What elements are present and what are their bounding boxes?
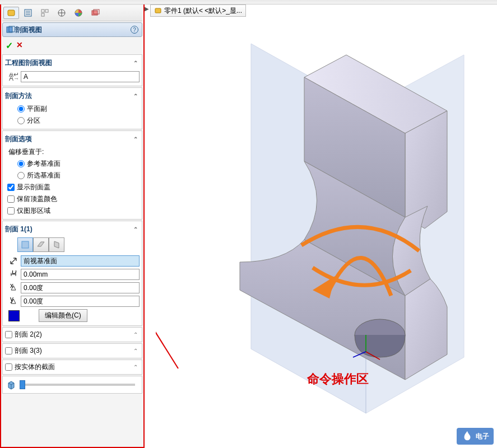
- slider-thumb[interactable]: [20, 380, 25, 389]
- section-heading: 剖面 3(3): [12, 346, 132, 356]
- section-heading: 剖面 1(1): [5, 225, 132, 234]
- drawing-section-view-group: 工程图剖面视图 A↵A→: [2, 54, 142, 86]
- svg-rect-7: [41, 13, 44, 16]
- radio-label: 所选基准面: [27, 171, 61, 180]
- config-tab[interactable]: [37, 7, 53, 19]
- cube-icon: [6, 380, 16, 390]
- viewport[interactable]: ▶ 零件1 (默认< <默认>_显...: [145, 4, 497, 448]
- radio-label: 参考基准面: [27, 159, 61, 169]
- transparency-slider[interactable]: [20, 384, 135, 386]
- ok-button[interactable]: ✓: [6, 40, 13, 51]
- collapse-icon[interactable]: [132, 332, 140, 338]
- front-plane-button[interactable]: [17, 237, 33, 252]
- color-swatch[interactable]: [8, 310, 20, 321]
- transparency-group: [2, 376, 142, 394]
- collapse-icon[interactable]: [132, 226, 140, 232]
- annotation-label: 命令操作区: [307, 371, 369, 388]
- part-icon: [154, 7, 162, 15]
- ref-plane-radio[interactable]: [17, 160, 25, 167]
- section-method-group: 剖面方法 平面副 分区: [2, 87, 142, 129]
- section-1-group: 剖面 1(1) D x y: [2, 221, 142, 326]
- section-3-group: 剖面 3(3): [2, 343, 142, 358]
- label-icon: A↵A→: [8, 73, 18, 81]
- breadcrumb-expand-icon[interactable]: ▶: [145, 6, 149, 12]
- edit-color-button[interactable]: 编辑颜色(C): [39, 309, 87, 322]
- y-angle-icon: y: [8, 297, 18, 305]
- plane-method-radio[interactable]: [17, 105, 25, 113]
- svg-rect-0: [8, 10, 15, 16]
- collapse-icon[interactable]: [132, 364, 140, 370]
- collapse-icon[interactable]: [132, 136, 140, 142]
- svg-rect-12: [92, 11, 97, 15]
- section-label-input[interactable]: [21, 71, 140, 82]
- graphics-only-check[interactable]: [7, 207, 15, 214]
- dimxpert-tab[interactable]: [54, 7, 69, 19]
- x-angle-input[interactable]: [21, 282, 140, 293]
- distance-icon: D: [8, 270, 18, 278]
- keep-cap-color-check[interactable]: [7, 195, 15, 203]
- section-heading: 剖面选项: [5, 134, 132, 144]
- zone-method-radio[interactable]: [17, 117, 25, 124]
- section-heading: 剖面方法: [5, 91, 132, 101]
- svg-marker-20: [54, 241, 59, 248]
- right-plane-button[interactable]: [49, 237, 64, 252]
- part-name: 零件1 (默认< <默认>_显...: [164, 6, 242, 16]
- svg-rect-5: [41, 10, 44, 12]
- help-icon[interactable]: ?: [131, 26, 138, 34]
- watermark-text: 电子: [476, 432, 489, 441]
- svg-text:A→: A→: [9, 74, 18, 81]
- collapse-icon[interactable]: [132, 348, 140, 354]
- svg-rect-6: [45, 10, 48, 12]
- section-options-group: 剖面选项 偏移垂直于: 参考基准面 所选基准面 显示剖面盖 保留顶盖颜色 仅图形…: [2, 130, 142, 220]
- flame-icon: [461, 430, 473, 442]
- by-body-group: 按实体的截面: [2, 360, 142, 375]
- check-label: 保留顶盖颜色: [17, 194, 57, 204]
- watermark: 电子: [457, 428, 494, 445]
- radio-label: 平面副: [27, 104, 47, 114]
- property-tab[interactable]: [20, 7, 36, 19]
- cancel-button[interactable]: ✕: [16, 40, 23, 51]
- svg-marker-19: [38, 242, 44, 246]
- property-panel: 剖面视图 ? ✓ ✕ 工程图剖面视图 A↵A→ 剖面方法 平面副 分区 剖面选项…: [0, 4, 145, 448]
- appearance-tab[interactable]: [71, 7, 86, 19]
- show-cap-check[interactable]: [7, 184, 15, 191]
- radio-label: 分区: [27, 116, 40, 125]
- svg-text:D: D: [12, 270, 17, 276]
- panel-header: 剖面视图 ?: [2, 22, 142, 37]
- ruler: [0, 0, 497, 4]
- distance-input[interactable]: [21, 269, 140, 280]
- sel-plane-radio[interactable]: [17, 172, 25, 179]
- reverse-icon[interactable]: [8, 257, 18, 265]
- feature-tab-bar: [2, 6, 142, 21]
- offset-label: 偏移垂直于:: [5, 146, 140, 158]
- section-heading: 剖面 2(2): [12, 330, 132, 339]
- by-body-check[interactable]: [5, 363, 12, 371]
- confirm-row: ✓ ✕: [2, 38, 142, 53]
- collapse-icon[interactable]: [132, 60, 140, 66]
- svg-text:x: x: [10, 284, 13, 290]
- check-label: 显示剖面盖: [17, 183, 50, 192]
- svg-rect-18: [22, 241, 29, 248]
- section-2-check[interactable]: [5, 331, 12, 338]
- y-angle-input[interactable]: [21, 296, 140, 307]
- svg-text:y: y: [10, 297, 13, 303]
- top-plane-button[interactable]: [33, 237, 49, 252]
- section-3-check[interactable]: [5, 347, 12, 354]
- section-2-group: 剖面 2(2): [2, 327, 142, 342]
- decal-tab[interactable]: [87, 7, 103, 19]
- section-heading: 工程图剖面视图: [5, 58, 132, 68]
- breadcrumb-tab[interactable]: 零件1 (默认< <默认>_显...: [150, 4, 246, 17]
- check-label: 仅图形区域: [17, 206, 50, 216]
- collapse-icon[interactable]: [132, 93, 140, 99]
- section-plane-input[interactable]: [21, 255, 140, 267]
- feature-tree-tab[interactable]: [3, 7, 19, 19]
- section-heading: 按实体的截面: [12, 362, 132, 372]
- main-container: 剖面视图 ? ✓ ✕ 工程图剖面视图 A↵A→ 剖面方法 平面副 分区 剖面选项…: [0, 4, 497, 448]
- panel-title: 剖面视图: [15, 25, 131, 35]
- x-angle-icon: x: [8, 284, 18, 292]
- svg-rect-28: [155, 8, 161, 13]
- section-view-icon: [6, 26, 15, 34]
- svg-line-39: [156, 279, 178, 368]
